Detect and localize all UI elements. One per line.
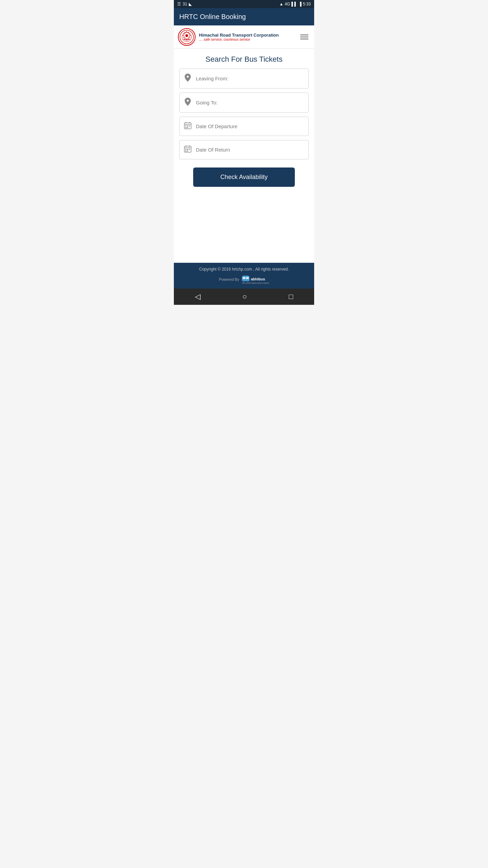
signal-status-icon: ◣ bbox=[189, 2, 192, 6]
app-title: HRTC Online Booking bbox=[179, 13, 246, 20]
network-label: 4G bbox=[285, 2, 290, 6]
powered-by-section: Powered By abhibus HAR SAFAR MEIN AAPKA … bbox=[178, 274, 310, 284]
signal-bars-icon: ▌▌ bbox=[291, 2, 297, 6]
svg-rect-9 bbox=[187, 125, 188, 126]
home-button[interactable]: ○ bbox=[240, 290, 249, 304]
location-pin-icon-from bbox=[184, 74, 192, 83]
svg-text:abhibus: abhibus bbox=[251, 277, 265, 281]
svg-rect-11 bbox=[185, 127, 186, 128]
back-button[interactable]: ◁ bbox=[192, 290, 203, 304]
org-tagline: .... safe service, courteous service bbox=[199, 38, 279, 41]
status-bar-left: ☰ 31 ◣ bbox=[177, 2, 192, 6]
search-form bbox=[174, 68, 314, 159]
battery-icon: ▐ bbox=[299, 2, 302, 6]
svg-rect-24 bbox=[243, 277, 245, 279]
org-name: Himachal Road Transport Corporation bbox=[199, 33, 279, 38]
menu-line-3 bbox=[300, 39, 308, 39]
notification-icon: ☰ bbox=[177, 2, 181, 6]
logo-container: Himachal Road Transport Corporation ....… bbox=[178, 28, 279, 46]
date-departure-input[interactable] bbox=[196, 123, 304, 129]
menu-line-1 bbox=[300, 35, 308, 35]
svg-rect-12 bbox=[187, 127, 188, 128]
svg-rect-20 bbox=[185, 151, 186, 152]
org-logo bbox=[178, 28, 196, 46]
recent-apps-button[interactable]: □ bbox=[286, 290, 296, 304]
svg-rect-10 bbox=[189, 125, 190, 126]
time-display: 5:33 bbox=[303, 2, 311, 6]
page-title: Search For Bus Tickets bbox=[174, 49, 314, 68]
check-availability-button[interactable]: Check Availability bbox=[193, 167, 295, 187]
svg-rect-17 bbox=[185, 149, 186, 150]
status-bar: ☰ 31 ◣ ▲ 4G ▌▌ ▐ 5:33 bbox=[174, 0, 314, 8]
location-pin-icon-to bbox=[184, 98, 192, 107]
hamburger-menu-button[interactable] bbox=[299, 33, 310, 41]
date-return-input[interactable] bbox=[196, 147, 304, 153]
status-bar-right: ▲ 4G ▌▌ ▐ 5:33 bbox=[279, 2, 311, 6]
svg-rect-18 bbox=[187, 149, 188, 150]
date-return-field[interactable] bbox=[179, 140, 309, 159]
svg-rect-19 bbox=[189, 149, 190, 150]
calendar-status-icon: 31 bbox=[183, 2, 187, 6]
svg-point-3 bbox=[185, 34, 188, 37]
svg-rect-21 bbox=[187, 151, 188, 152]
leaving-from-input[interactable] bbox=[196, 76, 304, 81]
svg-rect-25 bbox=[246, 277, 249, 279]
powered-by-label: Powered By bbox=[219, 277, 239, 281]
content-spacer bbox=[174, 195, 314, 263]
abhibus-logo-svg: abhibus HAR SAFAR MEIN AAPKA HUMSAFAR bbox=[242, 274, 269, 284]
calendar-return-icon bbox=[184, 145, 192, 154]
leaving-from-field[interactable] bbox=[179, 68, 309, 88]
date-departure-field[interactable] bbox=[179, 117, 309, 136]
app-header: HRTC Online Booking bbox=[174, 8, 314, 25]
copyright-text: Copyright © 2016 hrtchp.com , All rights… bbox=[178, 267, 310, 272]
svg-rect-8 bbox=[185, 125, 186, 126]
svg-text:HAR SAFAR MEIN AAPKA HUMSAFAR: HAR SAFAR MEIN AAPKA HUMSAFAR bbox=[242, 282, 269, 284]
wifi-icon: ▲ bbox=[279, 2, 283, 6]
bottom-nav: ◁ ○ □ bbox=[174, 289, 314, 305]
abhibus-brand: abhibus HAR SAFAR MEIN AAPKA HUMSAFAR bbox=[242, 274, 269, 284]
logo-text-block: Himachal Road Transport Corporation ....… bbox=[199, 33, 279, 42]
menu-line-2 bbox=[300, 37, 308, 37]
logo-svg bbox=[179, 29, 194, 44]
calendar-departure-icon bbox=[184, 122, 192, 131]
main-content: Search For Bus Tickets bbox=[174, 49, 314, 263]
nav-bar: Himachal Road Transport Corporation ....… bbox=[174, 25, 314, 49]
svg-rect-23 bbox=[243, 276, 249, 277]
footer: Copyright © 2016 hrtchp.com , All rights… bbox=[174, 263, 314, 289]
going-to-input[interactable] bbox=[196, 100, 304, 105]
going-to-field[interactable] bbox=[179, 93, 309, 113]
